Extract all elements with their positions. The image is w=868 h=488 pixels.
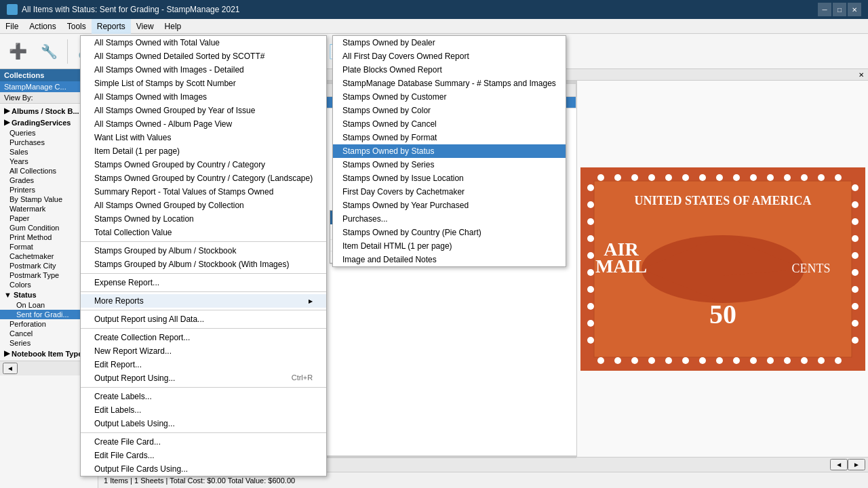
menu-file[interactable]: File <box>0 19 24 34</box>
toolbar-sep-1 <box>67 39 68 64</box>
subdropdown-stamps-color[interactable]: Stamps Owned by Color <box>333 104 566 117</box>
dropdown-all-stamps-images[interactable]: All Stamps Owned with Images <box>81 90 326 104</box>
svg-point-30 <box>682 357 689 364</box>
svg-point-10 <box>597 174 604 181</box>
svg-point-29 <box>665 357 672 364</box>
subdropdown-first-day-covers[interactable]: All First Day Covers Owned Report <box>333 49 566 63</box>
dropdown-sep-2 <box>81 273 326 274</box>
maximize-button[interactable]: □ <box>833 3 846 16</box>
svg-point-32 <box>716 357 723 364</box>
close-button[interactable]: ✕ <box>848 3 861 16</box>
subdropdown-stamps-series[interactable]: Stamps Owned by Series <box>333 158 566 171</box>
svg-text:MAIL: MAIL <box>595 256 646 277</box>
dropdown-output-all-data[interactable]: Output Report using All Data... <box>81 312 326 326</box>
toolbar-new-button[interactable]: ➕ <box>3 37 33 66</box>
svg-point-57 <box>852 303 859 310</box>
subdropdown-stamps-customer[interactable]: Stamps Owned by Customer <box>333 90 566 104</box>
dropdown-stamps-country-cat[interactable]: Stamps Owned Grouped by Country / Catego… <box>81 158 326 171</box>
subdropdown-stamps-country-pie[interactable]: Stamps Owned by Country (Pie Chart) <box>333 226 566 239</box>
svg-point-17 <box>716 174 723 181</box>
dropdown-create-file-card[interactable]: Create File Card... <box>81 435 326 449</box>
svg-text:50: 50 <box>709 299 736 329</box>
dropdown-all-stamps-scott[interactable]: All Stamps Owned Detailed Sorted by SCOT… <box>81 49 326 63</box>
subdropdown-first-day-cachetmaker[interactable]: First Day Covers by Cachetmaker <box>333 185 566 199</box>
svg-point-34 <box>750 357 757 364</box>
svg-point-12 <box>631 174 638 181</box>
svg-point-56 <box>852 286 859 293</box>
dropdown-new-report-wizard[interactable]: New Report Wizard... <box>81 344 326 358</box>
subdropdown-item-detail-html[interactable]: Item Detail HTML (1 per page) <box>333 239 566 253</box>
info-bar-close[interactable]: ✕ <box>859 71 864 79</box>
dropdown-all-stamps-collection[interactable]: All Stamps Owned Grouped by Collection <box>81 199 326 212</box>
svg-point-15 <box>682 174 689 181</box>
svg-point-42 <box>587 218 594 225</box>
dropdown-edit-labels[interactable]: Edit Labels... <box>81 403 326 417</box>
svg-point-49 <box>587 337 594 344</box>
dropdown-sep-6 <box>81 387 326 388</box>
subdropdown-stamps-year-purchased[interactable]: Stamps Owned by Year Purchased <box>333 199 566 212</box>
dropdown-summary-report[interactable]: Summary Report - Total Values of Stamps … <box>81 185 326 199</box>
dropdown-stamps-country-cat-land[interactable]: Stamps Owned Grouped by Country / Catego… <box>81 171 326 185</box>
dropdown-sep-1 <box>81 241 326 242</box>
dropdown-simple-list[interactable]: Simple List of Stamps by Scott Number <box>81 77 326 90</box>
dropdown-expense-report[interactable]: Expense Report... <box>81 276 326 289</box>
dropdown-stamps-album-stock[interactable]: Stamps Grouped by Album / Stockbook <box>81 244 326 258</box>
svg-point-47 <box>587 303 594 310</box>
sidebar-scroll-up[interactable]: ◄ <box>3 363 18 374</box>
svg-point-44 <box>587 252 594 259</box>
dropdown-item-detail[interactable]: Item Detail (1 per page) <box>81 144 326 158</box>
subdropdown-plate-blocks[interactable]: Plate Blocks Owned Report <box>333 63 566 77</box>
svg-point-38 <box>818 357 825 364</box>
subdropdown-image-detailed-notes[interactable]: Image and Detailed Notes <box>333 253 566 266</box>
dropdown-all-stamps-album[interactable]: All Stamps Owned - Album Page View <box>81 117 326 131</box>
menu-reports[interactable]: Reports <box>92 19 131 34</box>
more-reports-subdropdown[interactable]: Stamps Owned by Dealer All First Day Cov… <box>332 35 566 267</box>
svg-point-35 <box>767 357 774 364</box>
subdropdown-stamps-issue-location[interactable]: Stamps Owned by Issue Location <box>333 171 566 185</box>
tabs-scroll-right[interactable]: ► <box>848 459 865 470</box>
svg-text:CENTS: CENTS <box>791 262 830 275</box>
svg-point-19 <box>750 174 757 181</box>
reports-dropdown[interactable]: All Stamps Owned with Total Value All St… <box>80 35 327 476</box>
dropdown-sep-4 <box>81 310 326 310</box>
svg-point-20 <box>767 174 774 181</box>
tabs-scroll-left[interactable]: ◄ <box>830 459 848 470</box>
subdropdown-database-summary[interactable]: StampManage Database Summary - # Stamps … <box>333 77 566 90</box>
subdropdown-purchases[interactable]: Purchases... <box>333 212 566 226</box>
menu-actions[interactable]: Actions <box>24 19 61 34</box>
dropdown-all-stamps-year[interactable]: All Stamps Owned Grouped by Year of Issu… <box>81 104 326 117</box>
svg-point-46 <box>587 286 594 293</box>
minimize-button[interactable]: ─ <box>818 3 831 16</box>
subdropdown-stamps-status[interactable]: Stamps Owned by Status <box>333 144 566 158</box>
title-bar-controls[interactable]: ─ □ ✕ <box>818 3 861 16</box>
dropdown-output-labels[interactable]: Output Labels Using... <box>81 417 326 430</box>
menu-help[interactable]: Help <box>159 19 187 34</box>
dropdown-all-stamps-total[interactable]: All Stamps Owned with Total Value <box>81 36 326 49</box>
dropdown-all-stamps-images-detailed[interactable]: All Stamps Owned with Images - Detailed <box>81 63 326 77</box>
subdropdown-stamps-cancel[interactable]: Stamps Owned by Cancel <box>333 117 566 131</box>
svg-point-22 <box>801 174 808 181</box>
subdropdown-stamps-dealer[interactable]: Stamps Owned by Dealer <box>333 36 566 49</box>
svg-point-43 <box>587 235 594 242</box>
svg-point-25 <box>597 357 604 364</box>
svg-point-48 <box>587 320 594 327</box>
dropdown-stamps-album-stock-images[interactable]: Stamps Grouped by Album / Stockbook (Wit… <box>81 258 326 271</box>
dropdown-create-labels[interactable]: Create Labels... <box>81 390 326 403</box>
dropdown-edit-file-cards[interactable]: Edit File Cards... <box>81 449 326 462</box>
dropdown-sep-7 <box>81 432 326 433</box>
dropdown-want-list[interactable]: Want List with Values <box>81 131 326 144</box>
dropdown-output-report-using[interactable]: Output Report Using...Ctrl+R <box>81 371 326 385</box>
menu-tools[interactable]: Tools <box>62 19 92 34</box>
dropdown-edit-report[interactable]: Edit Report... <box>81 358 326 371</box>
dropdown-create-collection-report[interactable]: Create Collection Report... <box>81 331 326 344</box>
menu-view[interactable]: View <box>131 19 159 34</box>
dropdown-total-collection[interactable]: Total Collection Value <box>81 226 326 239</box>
dropdown-stamps-location[interactable]: Stamps Owned by Location <box>81 212 326 226</box>
dropdown-more-reports[interactable]: More Reports <box>81 294 326 308</box>
svg-point-54 <box>852 252 859 259</box>
toolbar-edit-button[interactable]: 🔧 <box>34 37 64 66</box>
svg-point-53 <box>852 235 859 242</box>
dropdown-output-file-cards[interactable]: Output File Cards Using... <box>81 462 326 476</box>
status-text: 1 Items | 1 Sheets | Total Cost: $0.00 T… <box>104 476 295 485</box>
subdropdown-stamps-format[interactable]: Stamps Owned by Format <box>333 131 566 144</box>
